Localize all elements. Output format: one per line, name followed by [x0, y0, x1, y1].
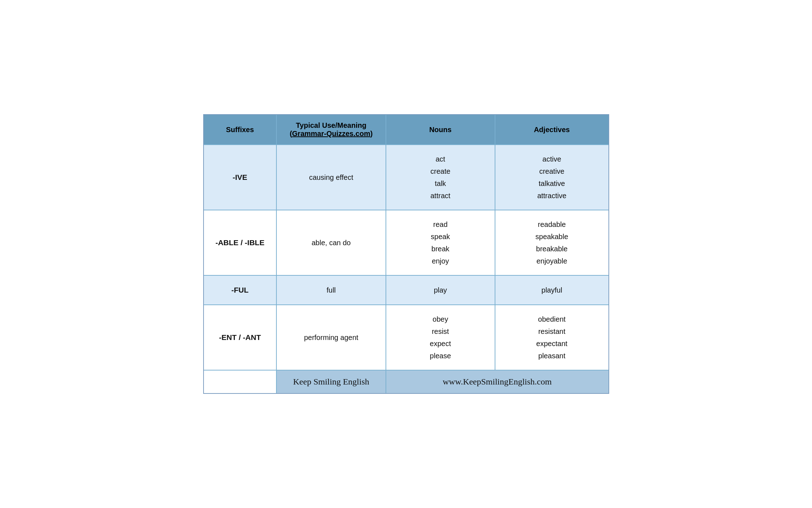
footer-row: Keep Smiling English www.KeepSmilingEngl…: [204, 370, 608, 393]
meaning-cell: full: [276, 275, 386, 305]
nouns-cell: readspeakbreakenjoy: [386, 210, 495, 275]
main-table-container: Suffixes Typical Use/Meaning (Grammar-Qu…: [203, 114, 609, 394]
header-adjectives: Adjectives: [495, 115, 608, 145]
table-row: -ABLE / -IBLEable, can doreadspeakbreake…: [204, 210, 608, 275]
header-nouns: Nouns: [386, 115, 495, 145]
nouns-cell: actcreatetalkattract: [386, 145, 495, 210]
footer-website: www.KeepSmilingEnglish.com: [386, 370, 608, 393]
adjectives-cell: obedientresistantexpectantpleasant: [495, 305, 608, 370]
adjectives-cell: activecreativetalkativeattractive: [495, 145, 608, 210]
suffixes-table: Suffixes Typical Use/Meaning (Grammar-Qu…: [204, 115, 608, 393]
meaning-cell: able, can do: [276, 210, 386, 275]
header-suffixes: Suffixes: [204, 115, 277, 145]
table-row: -FULfullplayplayful: [204, 275, 608, 305]
footer-empty: [204, 370, 277, 393]
footer-brand: Keep Smiling English: [276, 370, 386, 393]
header-meaning-line2: Grammar-Quizzes.com: [292, 130, 370, 138]
header-meaning: Typical Use/Meaning (Grammar-Quizzes.com…: [276, 115, 386, 145]
header-row: Suffixes Typical Use/Meaning (Grammar-Qu…: [204, 115, 608, 145]
table-body: -IVEcausing effectactcreatetalkattractac…: [204, 145, 608, 370]
suffix-cell: -ABLE / -IBLE: [204, 210, 277, 275]
table-row: -IVEcausing effectactcreatetalkattractac…: [204, 145, 608, 210]
adjectives-cell: readablespeakablebreakableenjoyable: [495, 210, 608, 275]
table-row: -ENT / -ANTperforming agentobeyresistexp…: [204, 305, 608, 370]
suffix-cell: -ENT / -ANT: [204, 305, 277, 370]
suffix-cell: -IVE: [204, 145, 277, 210]
nouns-cell: obeyresistexpectplease: [386, 305, 495, 370]
nouns-cell: play: [386, 275, 495, 305]
header-meaning-line1: Typical Use/Meaning: [296, 121, 366, 129]
meaning-cell: causing effect: [276, 145, 386, 210]
meaning-cell: performing agent: [276, 305, 386, 370]
adjectives-cell: playful: [495, 275, 608, 305]
suffix-cell: -FUL: [204, 275, 277, 305]
